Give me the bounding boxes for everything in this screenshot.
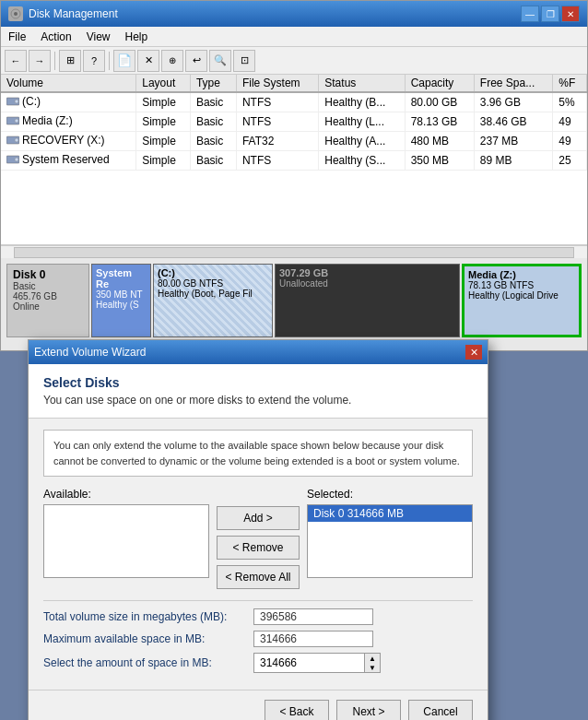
- info-rows: Total volume size in megabytes (MB): 396…: [43, 600, 473, 673]
- max-value: 314666: [253, 631, 373, 647]
- dialog-notice: You can only extend the volume to the av…: [43, 430, 473, 477]
- selected-item[interactable]: Disk 0 314666 MB: [308, 505, 472, 522]
- dialog-header: Select Disks You can use space on one or…: [29, 364, 488, 419]
- total-label: Total volume size in megabytes (MB):: [43, 610, 246, 623]
- dialog-title-text: Extend Volume Wizard: [34, 346, 146, 359]
- max-row: Maximum available space in MB: 314666: [43, 631, 473, 647]
- remove-button[interactable]: < Remove: [217, 536, 300, 560]
- total-row: Total volume size in megabytes (MB): 396…: [43, 608, 473, 625]
- available-label: Available:: [43, 488, 209, 501]
- dialog-header-title: Select Disks: [43, 375, 473, 390]
- back-button[interactable]: < Back: [265, 700, 329, 720]
- dialog-body: You can only extend the volume to the av…: [29, 419, 488, 690]
- selected-panel: Selected: Disk 0 314666 MB: [307, 488, 473, 578]
- available-listbox[interactable]: [43, 504, 209, 578]
- extend-volume-dialog: Extend Volume Wizard ✕ Select Disks You …: [28, 339, 488, 720]
- next-button[interactable]: Next >: [336, 700, 401, 720]
- amount-row: Select the amount of space in MB: ▲ ▼: [43, 653, 473, 673]
- spin-buttons: ▲ ▼: [364, 653, 381, 673]
- dialog-footer: < Back Next > Cancel: [29, 690, 488, 720]
- cancel-button[interactable]: Cancel: [408, 700, 473, 720]
- dialog-title-bar: Extend Volume Wizard ✕: [29, 340, 488, 364]
- amount-input[interactable]: [253, 653, 364, 673]
- remove-all-button[interactable]: < Remove All: [217, 565, 300, 589]
- amount-label: Select the amount of space in MB:: [43, 656, 246, 669]
- add-button[interactable]: Add >: [217, 506, 300, 530]
- total-value: 396586: [253, 608, 373, 625]
- selected-label: Selected:: [307, 488, 473, 501]
- amount-spin: ▲ ▼: [253, 653, 381, 673]
- dialog-close-button[interactable]: ✕: [465, 345, 482, 360]
- dialog-header-sub: You can use space on one or more disks t…: [43, 394, 473, 407]
- dialog-overlay: Extend Volume Wizard ✕ Select Disks You …: [0, 0, 588, 720]
- spin-up[interactable]: ▲: [365, 654, 380, 663]
- selected-listbox[interactable]: Disk 0 314666 MB: [307, 504, 473, 578]
- disk-buttons: Add > < Remove < Remove All: [217, 488, 300, 589]
- spin-down[interactable]: ▼: [365, 663, 380, 672]
- disks-section: Available: Add > < Remove < Remove All S…: [43, 488, 473, 589]
- max-label: Maximum available space in MB:: [43, 632, 246, 645]
- available-panel: Available:: [43, 488, 209, 578]
